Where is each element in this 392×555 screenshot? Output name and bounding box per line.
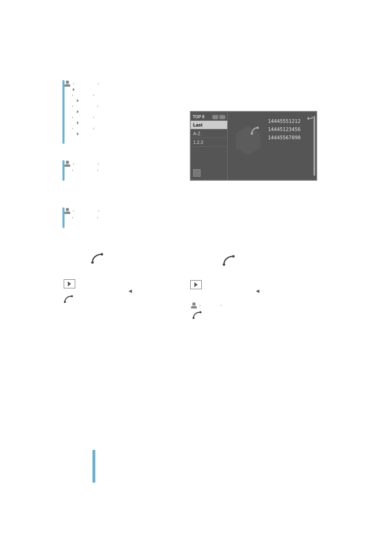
blue-bar-bottom (92, 450, 95, 483)
phone-right-panel: ↩ 14445551212 14445123456 14445567890 (228, 112, 316, 180)
menu-item-1c[interactable]: › ‹ (72, 104, 99, 109)
blue-bar-1 (62, 80, 65, 144)
person-icon-1 (64, 81, 71, 86)
menu-item-right[interactable]: › ‹ (190, 302, 222, 309)
scrollbar[interactable] (314, 116, 315, 176)
menu-block-2: › ‹ › ‹ (64, 160, 99, 173)
menu-item-1[interactable]: › ‹ (64, 80, 99, 87)
call-curve-small-1 (64, 295, 74, 304)
menu-block-3: › ‹ › ‹ (64, 207, 99, 220)
tab-123[interactable]: 1,2,3 (191, 138, 227, 147)
menu-item-1d[interactable]: › ‹ (72, 115, 99, 120)
icon-camera (212, 115, 218, 119)
play-triangle-1 (68, 281, 71, 286)
play-triangle-right (194, 282, 198, 287)
blue-bar-3 (62, 207, 65, 228)
play-button-1[interactable] (64, 279, 75, 288)
menu-item-2b[interactable]: › ‹ (72, 168, 99, 173)
tab-az[interactable]: A-Z (191, 129, 227, 138)
tab-top8-row: TOP 8 (191, 113, 227, 121)
back-arrow-1[interactable]: ◄ (127, 288, 133, 294)
phone-number-1: 14445551212 (268, 118, 313, 124)
tab-top8-label: TOP 8 (193, 115, 205, 119)
back-arrow-icon[interactable]: ↩ (307, 114, 313, 123)
tab-last[interactable]: Last (191, 121, 227, 129)
chevron-right-1: › (73, 81, 74, 86)
sub-arrow-1b (77, 99, 79, 102)
chevron-left-1: ‹ (98, 81, 99, 86)
phone-top-icons: ↩ (307, 114, 313, 123)
menu-item-1b[interactable]: › ‹ (72, 92, 99, 98)
svg-point-1 (251, 132, 253, 135)
blue-bar-2 (62, 160, 65, 181)
svg-point-9 (223, 263, 225, 266)
svg-point-8 (200, 311, 202, 313)
menu-subitem-1a[interactable] (72, 88, 99, 92)
menu-subitem-1d[interactable] (76, 121, 99, 125)
person-icon-2a (64, 161, 71, 166)
call-curve-1 (90, 253, 105, 265)
svg-point-6 (71, 295, 73, 297)
svg-point-10 (232, 255, 235, 258)
svg-point-3 (91, 261, 94, 264)
menu-block-1: › ‹ › ‹ › ‹ › ‹ › ‹ (64, 80, 99, 136)
svg-point-5 (64, 301, 66, 303)
menu-block-right: › ‹ (190, 302, 222, 320)
phone-screen: TOP 8 Last A-Z 1,2,3 ↩ (190, 111, 317, 181)
phone-number-3: 14445567890 (268, 135, 313, 140)
call-curve-right (192, 311, 222, 320)
play-button-right[interactable] (190, 280, 202, 289)
phone-top8-icons (212, 115, 225, 119)
call-curve-right-large (222, 255, 236, 267)
icon-phone-small (219, 115, 225, 119)
menu-item-1e[interactable]: › ‹ (72, 126, 99, 131)
person-icon-3a (64, 208, 71, 214)
sub-arrow-1e (77, 132, 79, 136)
menu-subitem-1b[interactable] (76, 99, 99, 103)
svg-point-4 (101, 253, 103, 256)
menu-item-3b[interactable]: › ‹ (72, 215, 99, 220)
menu-item-3a[interactable]: › ‹ (64, 207, 99, 214)
sub-arrow-1a (73, 88, 75, 91)
menu-item-2a[interactable]: › ‹ (64, 160, 99, 167)
phone-left-panel: TOP 8 Last A-Z 1,2,3 (191, 112, 228, 180)
phone-number-2: 14445123456 (268, 127, 313, 132)
phone-bottom-icon (193, 169, 201, 177)
person-icon-right (190, 302, 198, 308)
svg-point-2 (256, 127, 259, 129)
sub-arrow-1d (77, 121, 79, 124)
sub-arrow-1c (77, 110, 79, 113)
svg-point-7 (193, 317, 195, 319)
phone-receiver-icon (250, 126, 262, 136)
menu-subitem-1c[interactable] (76, 110, 99, 114)
menu-subitem-1e[interactable] (76, 132, 99, 136)
back-arrow-right[interactable]: ◄ (255, 288, 261, 294)
